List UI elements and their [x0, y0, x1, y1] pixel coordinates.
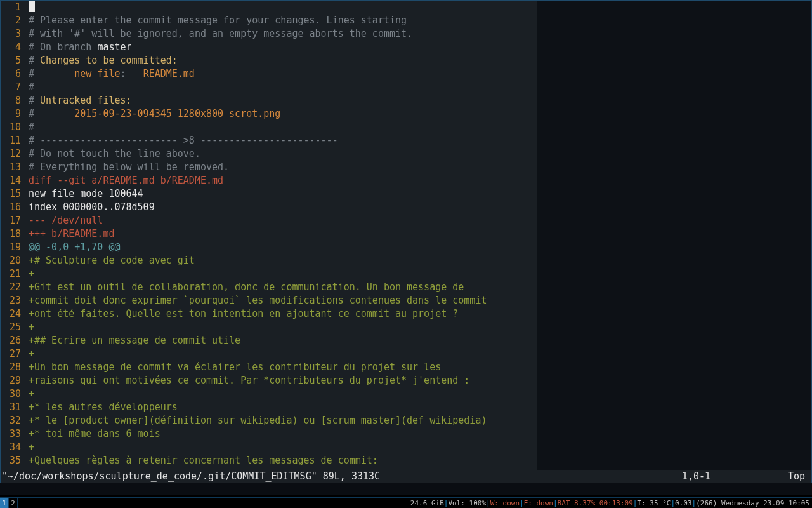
status-date: (266) Wednesday 23.09 10:05 — [696, 499, 809, 507]
code-line[interactable]: # new file: README.md — [29, 67, 811, 81]
line-number: 26 — [1, 334, 21, 347]
workspace-tag[interactable]: 1 — [0, 498, 9, 508]
code-segment: +* le [product owner](définition sur wik… — [29, 415, 487, 426]
workspace-tag[interactable]: 2 — [9, 498, 18, 508]
code-line[interactable]: +Git est un outil de collaboration, donc… — [29, 281, 811, 294]
cursor — [29, 1, 35, 12]
code-line[interactable]: @@ -0,0 +1,70 @@ — [29, 241, 811, 254]
code-segment: + — [29, 321, 34, 333]
code-line[interactable]: # Untracked files: — [29, 94, 811, 107]
vim-editor[interactable]: 1234567891011121314151617181920212223242… — [0, 0, 812, 483]
line-number: 27 — [1, 347, 21, 361]
code-line[interactable]: +raisons qui ont motivées ce commit. Par… — [29, 374, 811, 387]
code-segment: # — [29, 55, 40, 66]
status-separator: | — [486, 499, 490, 507]
line-number: 31 — [1, 401, 21, 414]
code-segment: +Un bon message de commit va éclairer le… — [29, 361, 441, 373]
code-segment: +Quelques règles à retenir concernant le… — [29, 455, 378, 466]
code-line[interactable]: +## Ecrire un message de commit utile — [29, 334, 811, 347]
line-number: 32 — [1, 414, 21, 427]
code-line[interactable]: + — [29, 347, 811, 361]
code-segment: master — [97, 41, 131, 53]
line-number: 3 — [1, 27, 21, 41]
line-number: 11 — [1, 134, 21, 147]
line-number: 16 — [1, 201, 21, 214]
code-segment: + — [29, 388, 34, 399]
code-line[interactable]: +* le [product owner](définition sur wik… — [29, 414, 811, 427]
line-number: 17 — [1, 214, 21, 227]
code-line[interactable]: # — [29, 81, 811, 94]
code-segment: # — [29, 81, 34, 93]
line-number: 21 — [1, 267, 21, 281]
code-line[interactable]: # with '#' will be ignored, and an empty… — [29, 27, 811, 41]
code-line[interactable] — [29, 1, 811, 14]
code-segment: # ------------------------ >8 ----------… — [29, 135, 338, 146]
code-line[interactable]: # Everything below will be removed. — [29, 161, 811, 174]
code-segment: +# Sculpture de code avec git — [29, 255, 195, 266]
code-line[interactable]: # — [29, 121, 811, 134]
code-line[interactable]: + — [29, 387, 811, 401]
workspace-switcher[interactable]: 12 — [0, 498, 18, 508]
code-segment: +## Ecrire un message de commit utile — [29, 335, 240, 346]
status-separator: | — [520, 499, 524, 507]
line-number: 22 — [1, 281, 21, 294]
code-segment: 2015-09-23-094345_1280x800_scrot.png — [74, 108, 280, 119]
code-line[interactable]: + — [29, 441, 811, 454]
code-segment: +++ b/README.md — [29, 228, 114, 239]
status-wlan: W: down — [490, 499, 520, 507]
code-segment: new file mode 100644 — [29, 188, 143, 199]
status-disk: 24.6 GiB — [410, 499, 444, 507]
code-segment: # Everything below will be removed. — [29, 161, 229, 173]
line-number-gutter: 1234567891011121314151617181920212223242… — [1, 1, 25, 470]
code-line[interactable]: +* les autres développeurs — [29, 401, 811, 414]
line-number: 30 — [1, 387, 21, 401]
code-line[interactable]: # ------------------------ >8 ----------… — [29, 134, 811, 147]
line-number: 5 — [1, 54, 21, 67]
line-number: 24 — [1, 307, 21, 321]
line-number: 4 — [1, 41, 21, 54]
code-line[interactable]: +* toi même dans 6 mois — [29, 427, 811, 441]
code-line[interactable]: # On branch master — [29, 41, 811, 54]
code-line[interactable]: new file mode 100644 — [29, 187, 811, 201]
code-line[interactable]: # Do not touch the line above. — [29, 147, 811, 161]
vim-status-line: "~/doc/workshops/sculpture_de_code/.git/… — [1, 470, 811, 483]
line-number: 10 — [1, 121, 21, 134]
code-segment: + — [29, 268, 34, 279]
code-segment: # Do not touch the line above. — [29, 148, 200, 159]
code-segment: index 0000000..078d509 — [29, 201, 155, 213]
code-line[interactable]: + — [29, 321, 811, 334]
line-number: 28 — [1, 361, 21, 374]
status-vol: Vol: 100% — [448, 499, 486, 507]
line-number: 20 — [1, 254, 21, 267]
code-segment: # — [29, 68, 74, 79]
code-line[interactable]: +# Sculpture de code avec git — [29, 254, 811, 267]
code-segment: Untracked files: — [40, 95, 132, 106]
code-line[interactable]: # Changes to be committed: — [29, 54, 811, 67]
code-line[interactable]: +++ b/README.md — [29, 227, 811, 241]
code-line[interactable]: +ont été faites. Quelle est ton intentio… — [29, 307, 811, 321]
code-line[interactable]: # 2015-09-23-094345_1280x800_scrot.png — [29, 107, 811, 121]
status-load: 0.03 — [675, 499, 692, 507]
code-line[interactable]: diff --git a/README.md b/README.md — [29, 174, 811, 187]
status-right: 24.6 GiB|Vol: 100%|W: down|E: down|BAT 8… — [410, 498, 812, 508]
code-line[interactable]: --- /dev/null — [29, 214, 811, 227]
vim-scroll-pos: Top — [771, 470, 809, 483]
code-line[interactable]: +Un bon message de commit va éclairer le… — [29, 361, 811, 374]
code-segment: --- /dev/null — [29, 215, 103, 226]
editor-buffer[interactable]: # Please enter the commit message for yo… — [29, 1, 811, 470]
code-segment: # — [29, 108, 74, 119]
code-segment: +Git est un outil de collaboration, donc… — [29, 281, 464, 293]
line-number: 19 — [1, 241, 21, 254]
code-line[interactable]: + — [29, 267, 811, 281]
code-line[interactable]: +Quelques règles à retenir concernant le… — [29, 454, 811, 467]
line-number: 29 — [1, 374, 21, 387]
code-line[interactable]: index 0000000..078d509 — [29, 201, 811, 214]
line-number: 35 — [1, 454, 21, 467]
i3-status-bar: 12 24.6 GiB|Vol: 100%|W: down|E: down|BA… — [0, 497, 812, 508]
code-line[interactable]: +commit doit donc exprimer `pourquoi` le… — [29, 294, 811, 307]
code-line[interactable]: # Please enter the commit message for yo… — [29, 14, 811, 27]
vim-file-info: "~/doc/workshops/sculpture_de_code/.git/… — [1, 470, 380, 483]
code-segment: # On branch — [29, 41, 97, 53]
code-segment: # with '#' will be ignored, and an empty… — [29, 28, 412, 39]
code-segment: diff --git a/README.md b/README.md — [29, 175, 223, 186]
